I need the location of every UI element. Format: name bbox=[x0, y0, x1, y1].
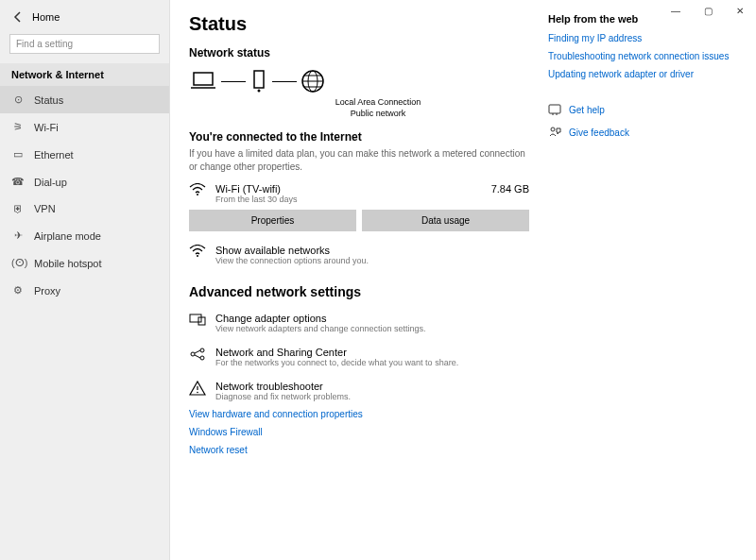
sidebar-item-label: Status bbox=[34, 94, 63, 106]
sidebar-item-wifi[interactable]: ⚞ Wi-Fi bbox=[0, 113, 169, 141]
sidebar-item-status[interactable]: ⊙ Status bbox=[0, 86, 169, 113]
firewall-link[interactable]: Windows Firewall bbox=[189, 427, 529, 437]
sidebar-item-airplane[interactable]: ✈ Airplane mode bbox=[0, 222, 169, 249]
adapter-desc: View network adapters and change connect… bbox=[215, 324, 425, 333]
sidebar-item-ethernet[interactable]: ▭ Ethernet bbox=[0, 141, 169, 168]
wifi-signal-icon bbox=[189, 183, 206, 196]
sharing-icon bbox=[189, 347, 206, 362]
show-networks-desc: View the connection options around you. bbox=[215, 256, 369, 265]
svg-point-2 bbox=[258, 90, 261, 93]
properties-button[interactable]: Properties bbox=[189, 210, 356, 231]
svg-point-10 bbox=[200, 348, 204, 352]
svg-rect-1 bbox=[254, 71, 264, 88]
help-link-driver[interactable]: Updating network adapter or driver bbox=[548, 68, 737, 80]
svg-rect-7 bbox=[190, 314, 201, 322]
sidebar-item-label: Dial-up bbox=[34, 177, 67, 188]
sidebar-item-label: Mobile hotspot bbox=[34, 258, 102, 269]
troubleshoot-title: Network troubleshooter bbox=[215, 381, 351, 392]
svg-point-12 bbox=[197, 392, 198, 394]
sidebar-item-label: VPN bbox=[34, 203, 56, 214]
svg-point-6 bbox=[197, 255, 198, 257]
svg-rect-13 bbox=[549, 105, 560, 113]
vpn-icon: ⛨ bbox=[11, 203, 25, 214]
show-networks-block[interactable]: Show available networks View the connect… bbox=[189, 245, 529, 265]
laptop-icon bbox=[189, 71, 217, 92]
svg-point-9 bbox=[191, 352, 195, 356]
globe-icon bbox=[301, 69, 325, 93]
sharing-title: Network and Sharing Center bbox=[215, 347, 458, 358]
proxy-icon: ⚙ bbox=[11, 284, 25, 297]
sharing-center-block[interactable]: Network and Sharing Center For the netwo… bbox=[189, 347, 529, 367]
sidebar-item-label: Airplane mode bbox=[34, 230, 101, 242]
help-link-troubleshoot[interactable]: Troubleshooting network connection issue… bbox=[548, 50, 737, 62]
give-feedback-label: Give feedback bbox=[569, 127, 629, 138]
minimize-button[interactable]: — bbox=[660, 0, 692, 21]
help-icon bbox=[548, 103, 561, 116]
page-title: Status bbox=[189, 13, 529, 35]
network-reset-link[interactable]: Network reset bbox=[189, 445, 529, 455]
ethernet-icon: ▭ bbox=[11, 148, 25, 161]
sidebar-item-label: Proxy bbox=[34, 285, 60, 297]
troubleshooter-block[interactable]: Network troubleshooter Diagnose and fix … bbox=[189, 381, 529, 401]
sidebar: Home Find a setting Network & Internet ⊙… bbox=[0, 0, 170, 560]
wifi-available-icon bbox=[189, 245, 206, 258]
svg-point-11 bbox=[200, 356, 204, 360]
get-help-label: Get help bbox=[569, 105, 605, 115]
network-status-heading: Network status bbox=[189, 46, 529, 59]
maximize-button[interactable]: ▢ bbox=[692, 0, 724, 21]
hardware-props-link[interactable]: View hardware and connection properties bbox=[189, 409, 529, 419]
show-networks-title: Show available networks bbox=[215, 245, 369, 256]
connection-sub: From the last 30 days bbox=[215, 195, 482, 204]
status-icon: ⊙ bbox=[11, 93, 25, 106]
wifi-icon: ⚞ bbox=[11, 121, 25, 133]
get-help-link[interactable]: Get help bbox=[548, 103, 737, 116]
router-icon bbox=[249, 69, 268, 93]
sidebar-item-vpn[interactable]: ⛨ VPN bbox=[0, 195, 169, 222]
sidebar-item-hotspot[interactable]: (ⵙ) Mobile hotspot bbox=[0, 249, 169, 277]
help-panel: Help from the web Finding my IP address … bbox=[548, 13, 737, 541]
advanced-heading: Advanced network settings bbox=[189, 284, 529, 299]
sidebar-item-dialup[interactable]: ☎ Dial-up bbox=[0, 168, 169, 195]
help-link-ip[interactable]: Finding my IP address bbox=[548, 32, 737, 44]
diagram-caption: Local Area Connection Public network bbox=[227, 97, 529, 119]
network-diagram bbox=[189, 69, 529, 93]
adapter-icon bbox=[189, 313, 206, 326]
connected-heading: You're connected to the Internet bbox=[189, 130, 529, 144]
svg-rect-0 bbox=[194, 73, 213, 85]
adapter-options-block[interactable]: Change adapter options View network adap… bbox=[189, 313, 529, 333]
home-link[interactable]: Home bbox=[32, 11, 60, 23]
back-icon[interactable] bbox=[11, 11, 25, 23]
give-feedback-link[interactable]: Give feedback bbox=[548, 126, 737, 139]
svg-point-5 bbox=[197, 194, 198, 195]
dialup-icon: ☎ bbox=[11, 176, 25, 188]
connected-desc: If you have a limited data plan, you can… bbox=[189, 147, 529, 174]
sidebar-item-label: Wi-Fi bbox=[34, 122, 59, 133]
main-content: Status Network status Local Area Connect… bbox=[189, 13, 529, 541]
connection-name: Wi-Fi (TV-wifi) bbox=[215, 183, 482, 195]
feedback-icon bbox=[548, 126, 561, 139]
adapter-title: Change adapter options bbox=[215, 313, 425, 324]
airplane-icon: ✈ bbox=[11, 229, 25, 242]
connection-usage: 7.84 GB bbox=[491, 183, 529, 195]
sidebar-item-label: Ethernet bbox=[34, 149, 74, 161]
sharing-desc: For the networks you connect to, decide … bbox=[215, 358, 458, 367]
troubleshoot-icon bbox=[189, 381, 206, 396]
close-button[interactable]: ✕ bbox=[724, 0, 756, 21]
hotspot-icon: (ⵙ) bbox=[11, 257, 25, 269]
data-usage-button[interactable]: Data usage bbox=[362, 210, 529, 231]
sidebar-section-label: Network & Internet bbox=[0, 63, 169, 86]
svg-point-14 bbox=[551, 127, 555, 131]
sidebar-item-proxy[interactable]: ⚙ Proxy bbox=[0, 277, 169, 304]
troubleshoot-desc: Diagnose and fix network problems. bbox=[215, 392, 351, 401]
search-input[interactable]: Find a setting bbox=[9, 34, 160, 54]
